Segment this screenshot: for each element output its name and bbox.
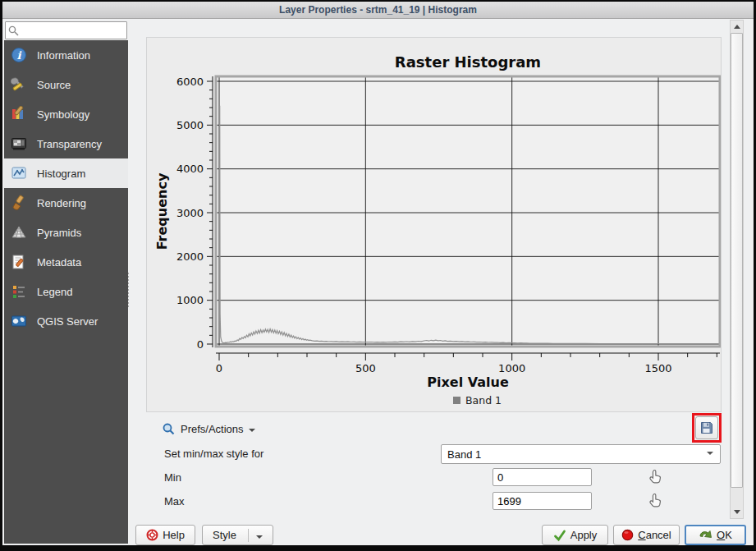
svg-text:Frequency: Frequency <box>154 172 170 250</box>
title-bar[interactable]: Layer Properties - srtm_41_19 | Histogra… <box>2 2 754 19</box>
set-minmax-label: Set min/max style for <box>164 448 263 460</box>
sidebar-search <box>5 21 127 39</box>
sidebar-item-label: Histogram <box>37 168 85 180</box>
svg-text:1500: 1500 <box>644 362 671 374</box>
sidebar-item-histogram[interactable]: Histogram <box>4 158 128 188</box>
svg-text:0: 0 <box>197 338 204 351</box>
svg-text:Band 1: Band 1 <box>465 394 502 406</box>
cancel-icon <box>621 529 634 541</box>
vertical-scrollbar[interactable] <box>730 20 744 519</box>
svg-text:5000: 5000 <box>176 119 204 131</box>
max-pick-hand-icon[interactable] <box>648 493 662 507</box>
info-icon: i <box>10 47 28 63</box>
histogram-icon <box>10 165 28 181</box>
layer-properties-dialog: Layer Properties - srtm_41_19 | Histogra… <box>2 2 754 545</box>
svg-text:0: 0 <box>216 362 222 374</box>
pyramids-icon <box>10 224 28 241</box>
sidebar-item-label: Metadata <box>37 256 81 269</box>
svg-text:6000: 6000 <box>176 76 204 88</box>
scroll-up-button[interactable] <box>731 21 743 32</box>
sidebar-item-label: Transparency <box>37 138 102 150</box>
max-input[interactable] <box>493 492 592 510</box>
ok-label: OK <box>717 529 732 541</box>
sidebar-nav: i Information Source Symbology Transpare… <box>4 40 128 544</box>
help-button[interactable]: Help <box>135 525 195 545</box>
sidebar-item-label: Pyramids <box>37 227 81 239</box>
sidebar-item-symbology[interactable]: Symbology <box>4 99 128 129</box>
symbology-icon <box>10 106 28 122</box>
sidebar-item-legend[interactable]: Legend <box>4 277 128 306</box>
sidebar-item-metadata[interactable]: Metadata <box>4 247 128 277</box>
button-separator <box>248 529 249 542</box>
sidebar-item-label: Rendering <box>37 197 86 209</box>
sidebar-item-qgis-server[interactable]: QGIS Server <box>4 306 128 336</box>
save-highlight-box <box>692 413 722 443</box>
search-icon <box>8 25 19 36</box>
metadata-icon <box>10 254 28 270</box>
cancel-label: Cancel <box>638 529 671 541</box>
svg-text:1000: 1000 <box>176 294 204 306</box>
save-icon <box>699 420 714 435</box>
ok-arrow-icon <box>699 529 712 541</box>
transparency-icon <box>10 135 28 152</box>
save-histogram-button[interactable] <box>695 416 718 439</box>
scroll-down-button[interactable] <box>731 507 743 518</box>
band-select-value: Band 1 <box>447 448 481 461</box>
apply-button[interactable]: Apply <box>542 525 608 545</box>
help-label: Help <box>163 529 185 541</box>
cancel-button[interactable]: Cancel <box>613 525 680 545</box>
arrow-up-icon <box>734 21 740 29</box>
svg-text:4000: 4000 <box>176 163 204 175</box>
sidebar-item-rendering[interactable]: Rendering <box>4 188 128 218</box>
source-icon <box>10 76 28 93</box>
svg-text:2000: 2000 <box>176 250 204 263</box>
max-label: Max <box>164 495 185 507</box>
min-pick-hand-icon[interactable] <box>648 469 662 484</box>
histogram-chart-panel: 0100020003000400050006000050010001500Ras… <box>146 37 722 412</box>
sidebar-item-label: Source <box>37 79 71 91</box>
arrow-down-icon <box>734 510 740 517</box>
style-label: Style <box>213 529 236 541</box>
sidebar-item-pyramids[interactable]: Pyramids <box>4 218 128 247</box>
help-icon <box>146 529 158 541</box>
rendering-icon <box>10 195 28 211</box>
ok-button[interactable]: OK <box>685 525 746 545</box>
prefs-actions-label: Prefs/Actions <box>181 423 244 435</box>
svg-text:3000: 3000 <box>176 207 204 219</box>
style-dropdown-button[interactable]: Style <box>202 525 273 545</box>
window-title: Layer Properties - srtm_41_19 | Histogra… <box>279 4 477 16</box>
raster-histogram-chart[interactable]: 0100020003000400050006000050010001500Ras… <box>147 38 721 411</box>
svg-text:Raster Histogram: Raster Histogram <box>395 53 541 71</box>
apply-check-icon <box>553 529 566 542</box>
prefs-actions-button[interactable]: Prefs/Actions <box>162 420 255 438</box>
sidebar-item-label: Legend <box>37 286 72 298</box>
min-label: Min <box>164 471 181 484</box>
prefs-actions-icon <box>162 422 176 436</box>
sidebar: i Information Source Symbology Transpare… <box>4 20 128 544</box>
legend-icon <box>10 283 28 300</box>
apply-label: Apply <box>570 529 598 541</box>
sidebar-item-transparency[interactable]: Transparency <box>4 129 128 158</box>
chevron-down-icon <box>256 535 263 542</box>
min-input[interactable] <box>493 468 592 486</box>
content-scroll-area: 0100020003000400050006000050010001500Ras… <box>129 20 729 523</box>
sidebar-item-label: QGIS Server <box>37 315 98 328</box>
band-select[interactable]: Band 1 <box>441 444 721 464</box>
svg-text:Pixel Value: Pixel Value <box>427 374 509 390</box>
sidebar-item-information[interactable]: i Information <box>4 40 128 70</box>
svg-text:1000: 1000 <box>498 362 525 374</box>
chevron-down-icon <box>249 429 255 435</box>
qgis-server-icon <box>10 313 28 329</box>
sidebar-item-label: Symbology <box>37 108 89 121</box>
scrollbar-thumb[interactable] <box>731 33 743 488</box>
sidebar-item-source[interactable]: Source <box>4 70 128 99</box>
chevron-down-icon <box>707 452 713 458</box>
svg-text:500: 500 <box>355 362 376 374</box>
search-input[interactable] <box>5 21 127 39</box>
sidebar-item-label: Information <box>37 49 90 62</box>
